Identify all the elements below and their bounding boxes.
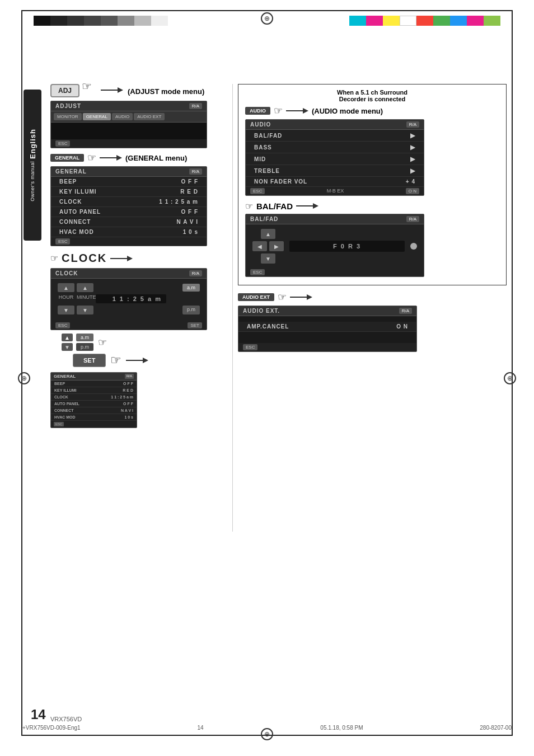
final-esc-btn[interactable]: ESC [54,422,64,426]
final-clock-row: CLOCK 1 1 : 2 5 a m [51,394,137,401]
adjust-esc-btn[interactable]: ESC [55,140,70,147]
hvac-value: 1 0 s [183,229,198,235]
general-esc-btn[interactable]: ESC [55,238,70,245]
balfad-esc-btn[interactable]: ESC [250,269,265,275]
balfad-big-label: BAL/FAD [256,201,293,211]
reg-mark-bottom: ⊕ [261,728,273,740]
audio-menu-footer: ESC M·B EX O N [246,187,424,195]
surround-note-box: When a 5.1 ch Surround Decorder is conne… [238,84,507,285]
svg-marker-13 [307,294,312,300]
am-row: ▲ a.m [62,334,93,341]
general-menu-btn[interactable]: R/A [189,168,202,175]
footer-doc: 280-8207-00 [480,725,512,731]
color-bar-left [34,16,168,26]
language-tab: English Owner's manual [24,90,41,241]
clock-display: 1 1 : 2 5 a m [96,294,166,303]
audio-ext-menu-box: AUDIO EXT. R/A AMP.CANCEL O N ESC [238,306,417,352]
audio-nav-section: AUDIO ☞ (AUDIO mode menu) [245,105,499,117]
pm-label: p.m [76,343,93,351]
balfad-lr-row: ◀ ▶ [252,241,284,251]
up-arrow-btn[interactable]: ▲ [62,334,73,341]
clock-esc-btn[interactable]: ESC [55,322,70,328]
clock-menu-btn[interactable]: R/A [189,270,202,276]
balfad-left[interactable]: ◀ [252,241,267,251]
audio-row-mid: MID ▶ [246,153,424,165]
audio-row-treble: TREBLE ▶ [246,165,424,177]
page-number: 14 [31,707,46,722]
clock-up-row: ▲ ▲ a.m [58,283,200,292]
audio-menu-btn[interactable]: R/A [406,121,419,128]
final-connect-row: CONNECT N A V I [51,407,137,414]
language-label: English [29,129,37,159]
clock-pm-btn[interactable]: p.m [182,306,200,314]
adj-section: ADJ ☞ (ADJUST mode menu) [50,84,269,98]
clock-minute-down[interactable]: ▼ [77,306,93,314]
note-title: When a 5.1 ch Surround Decorder is conne… [245,89,499,102]
clock-controls-area: ▲ ▲ a.m HOUR MINUTE 1 1 : 2 5 a m ▼ ▼ p.… [51,279,207,321]
set-button[interactable]: SET [73,354,106,367]
adjust-btn[interactable]: R/A [189,103,202,109]
am-label: a.m [76,334,93,341]
general-nav-section: GENERAL ☞ (GENERAL menu) [50,152,269,164]
final-key-illumi-row: KEY ILLUMI R E D [51,387,137,394]
balfad-section-header: ☞ BAL/FAD [245,200,499,212]
adj-button[interactable]: ADJ [50,84,79,97]
audio-ext-row-amp: AMP.CANCEL O N [238,322,416,332]
general-menu-box: GENERAL R/A BEEP O F F KEY ILLUMI R E D … [50,166,207,246]
final-general-btn[interactable]: R/A [125,374,134,379]
audio-mbex-label: M·B EX [327,188,344,194]
audio-on-btn[interactable]: O N [406,188,419,194]
audio-menu-header: AUDIO R/A [246,120,424,130]
hand-icon-adj: ☞ [82,79,92,93]
balfad-right[interactable]: ▶ [269,241,284,251]
balfad-footer: ESC [246,268,424,276]
clock-hour-down[interactable]: ▼ [58,306,74,314]
audio-ext-esc-btn[interactable]: ESC [243,344,257,350]
general-row-auto-panel: AUTO PANEL O F F [51,207,207,217]
audio-esc-btn[interactable]: ESC [250,188,265,194]
audio-menu-title: AUDIO [250,121,271,128]
balfad-menu-btn[interactable]: R/A [406,216,419,222]
clock-minute-up[interactable]: ▲ [77,283,93,292]
manual-label: Owner's manual [30,161,35,201]
audio-ext-footer: ESC [238,343,416,351]
balfad-menu-box: BAL/FAD R/A ▲ ◀ ▶ ▼ F 0 R 3 ESC [245,214,424,277]
down-arrow-btn[interactable]: ▼ [62,343,73,351]
clock-arrow [110,253,133,264]
general-row-beep: BEEP O F F [51,177,207,187]
reg-mark-top: ⊕ [261,12,273,25]
adjust-content-area [51,123,207,139]
right-column: When a 5.1 ch Surround Decorder is conne… [238,84,507,355]
adj-btn-wrapper: ADJ ☞ [50,84,79,98]
clock-labels-row: HOUR MINUTE 1 1 : 2 5 a m [58,294,200,303]
audio-ext-spacer [238,316,416,322]
general-row-key-illumi: KEY ILLUMI R E D [51,187,207,197]
adjust-mode-label: (ADJUST mode menu) [128,87,204,96]
clock-am-btn[interactable]: a.m [182,284,200,292]
connect-value: N A V I [177,219,198,225]
audio-mode-label: (AUDIO mode menu) [312,107,383,115]
tab-audio-ext[interactable]: AUDIO EXT [134,113,165,120]
beep-label: BEEP [59,179,77,185]
balfad-up[interactable]: ▲ [261,229,275,239]
general-menu-header: GENERAL R/A [51,167,207,177]
final-hvac-row: HVAC MOD 1 0 s [51,414,137,421]
audio-arrow [286,105,308,116]
tab-general[interactable]: GENERAL [83,113,111,120]
balfad-hand-icon: ☞ [245,201,253,212]
audio-tab-indicator: AUDIO [245,107,270,115]
svg-marker-5 [127,256,133,261]
balfad-down[interactable]: ▼ [261,253,275,264]
audio-ext-btn[interactable]: R/A [399,308,412,314]
audio-menu-box: AUDIO R/A BAL/FAD ▶ BASS ▶ MID ▶ TREBLE … [245,119,424,196]
clock-label: CLOCK [59,199,82,205]
clock-hour-up[interactable]: ▲ [58,283,74,292]
clock-set-btn[interactable]: SET [188,322,202,328]
auto-panel-label: AUTO PANEL [59,209,101,215]
tab-monitor[interactable]: MONITOR [54,113,82,120]
balfad-controls: ▲ ◀ ▶ ▼ F 0 R 3 [246,224,424,268]
tab-audio[interactable]: AUDIO [112,113,133,120]
audio-ext-header: AUDIO EXT ☞ [238,291,507,303]
general-menu-title: GENERAL [55,168,87,175]
audio-ext-spacer2 [238,332,416,337]
